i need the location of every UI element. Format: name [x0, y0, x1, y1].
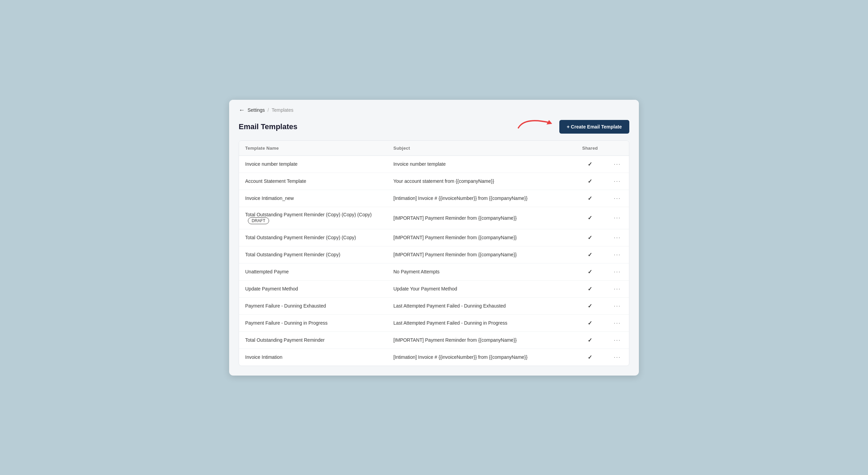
cell-template-name: Update Payment Method: [239, 280, 387, 297]
check-icon: ✓: [588, 215, 592, 221]
top-bar: ← Settings / Templates Email Templates +…: [229, 100, 639, 134]
cell-subject: Your account statement from {{companyNam…: [387, 173, 574, 190]
table-row[interactable]: Total Outstanding Payment Reminder[IMPOR…: [239, 331, 629, 349]
check-icon: ✓: [588, 286, 592, 292]
more-options-icon[interactable]: ···: [614, 302, 621, 309]
more-options-icon[interactable]: ···: [614, 337, 621, 343]
cell-actions[interactable]: ···: [605, 263, 629, 280]
cell-template-name: Unattempted Payme: [239, 263, 387, 280]
check-icon: ✓: [588, 235, 592, 241]
check-icon: ✓: [588, 161, 592, 167]
check-icon: ✓: [588, 320, 592, 326]
check-icon: ✓: [588, 252, 592, 258]
cell-subject: No Payment Attempts: [387, 263, 574, 280]
cell-template-name: Payment Failure - Dunning in Progress: [239, 314, 387, 331]
cell-shared: ✓: [574, 207, 605, 229]
cell-shared: ✓: [574, 155, 605, 173]
table-header-row: Template Name Subject Shared: [239, 141, 629, 156]
check-icon: ✓: [588, 337, 592, 343]
cell-subject: Invoice number template: [387, 155, 574, 173]
table-row[interactable]: Total Outstanding Payment Reminder (Copy…: [239, 207, 629, 229]
more-options-icon[interactable]: ···: [614, 161, 621, 167]
more-options-icon[interactable]: ···: [614, 251, 621, 258]
draft-badge: DRAFT: [248, 217, 269, 224]
cell-shared: ✓: [574, 331, 605, 349]
more-options-icon[interactable]: ···: [614, 320, 621, 326]
cell-shared: ✓: [574, 297, 605, 314]
cell-template-name: Invoice number template: [239, 155, 387, 173]
cell-actions[interactable]: ···: [605, 297, 629, 314]
header-row: Email Templates + Create Email Template: [239, 120, 629, 134]
cell-actions[interactable]: ···: [605, 190, 629, 207]
main-window: ← Settings / Templates Email Templates +…: [229, 100, 639, 376]
cell-shared: ✓: [574, 229, 605, 246]
breadcrumb-separator: /: [268, 107, 269, 113]
cell-actions[interactable]: ···: [605, 331, 629, 349]
cell-shared: ✓: [574, 246, 605, 263]
column-header-actions: [605, 141, 629, 156]
cell-subject: Update Your Payment Method: [387, 280, 574, 297]
cell-actions[interactable]: ···: [605, 349, 629, 366]
more-options-icon[interactable]: ···: [614, 234, 621, 241]
check-icon: ✓: [588, 178, 592, 184]
table-row[interactable]: Total Outstanding Payment Reminder (Copy…: [239, 229, 629, 246]
check-icon: ✓: [588, 195, 592, 201]
cell-shared: ✓: [574, 349, 605, 366]
page-title: Email Templates: [239, 122, 297, 131]
table-row[interactable]: Account Statement TemplateYour account s…: [239, 173, 629, 190]
cell-template-name: Total Outstanding Payment Reminder (Copy…: [239, 229, 387, 246]
cell-subject: [IMPORTANT] Payment Reminder from {{comp…: [387, 229, 574, 246]
column-header-shared: Shared: [574, 141, 605, 156]
cell-template-name: Invoice Intimation: [239, 349, 387, 366]
cell-actions[interactable]: ···: [605, 207, 629, 229]
create-email-template-button[interactable]: + Create Email Template: [559, 120, 629, 134]
table-row[interactable]: Invoice Intimation[Intimation] Invoice #…: [239, 349, 629, 366]
cell-shared: ✓: [574, 190, 605, 207]
cell-template-name: Total Outstanding Payment Reminder (Copy…: [239, 207, 387, 229]
more-options-icon[interactable]: ···: [614, 195, 621, 202]
cell-template-name: Total Outstanding Payment Reminder: [239, 331, 387, 349]
cell-shared: ✓: [574, 263, 605, 280]
cell-template-name: Account Statement Template: [239, 173, 387, 190]
more-options-icon[interactable]: ···: [614, 285, 621, 292]
check-icon: ✓: [588, 354, 592, 360]
back-button[interactable]: ←: [239, 107, 245, 114]
cell-shared: ✓: [574, 314, 605, 331]
breadcrumb: ← Settings / Templates: [239, 107, 629, 114]
email-templates-table: Template Name Subject Shared Invoice num…: [239, 140, 629, 366]
cell-subject: [IMPORTANT] Payment Reminder from {{comp…: [387, 246, 574, 263]
more-options-icon[interactable]: ···: [614, 268, 621, 275]
cell-actions[interactable]: ···: [605, 314, 629, 331]
cell-shared: ✓: [574, 173, 605, 190]
table-row[interactable]: Total Outstanding Payment Reminder (Copy…: [239, 246, 629, 263]
table-row[interactable]: Update Payment MethodUpdate Your Payment…: [239, 280, 629, 297]
breadcrumb-settings[interactable]: Settings: [248, 107, 265, 113]
table-row[interactable]: Unattempted PaymeNo Payment Attempts✓···: [239, 263, 629, 280]
cell-actions[interactable]: ···: [605, 155, 629, 173]
cell-template-name: Total Outstanding Payment Reminder (Copy…: [239, 246, 387, 263]
check-icon: ✓: [588, 303, 592, 309]
cell-subject: Last Attempted Payment Failed - Dunning …: [387, 297, 574, 314]
cell-subject: Last Attempted Payment Failed - Dunning …: [387, 314, 574, 331]
cell-template-name: Payment Failure - Dunning Exhausted: [239, 297, 387, 314]
column-header-name: Template Name: [239, 141, 387, 156]
more-options-icon[interactable]: ···: [614, 178, 621, 185]
cell-subject: [Intimation] Invoice # {{invoiceNumber}}…: [387, 349, 574, 366]
more-options-icon[interactable]: ···: [614, 214, 621, 221]
cell-actions[interactable]: ···: [605, 229, 629, 246]
cell-subject: [Intimation] Invoice # {{invoiceNumber}}…: [387, 190, 574, 207]
table-row[interactable]: Invoice Intimation_new[Intimation] Invoi…: [239, 190, 629, 207]
table-row[interactable]: Payment Failure - Dunning in ProgressLas…: [239, 314, 629, 331]
arrow-annotation: [515, 114, 559, 133]
cell-actions[interactable]: ···: [605, 280, 629, 297]
table-row[interactable]: Invoice number templateInvoice number te…: [239, 155, 629, 173]
cell-subject: [IMPORTANT] Payment Reminder from {{comp…: [387, 331, 574, 349]
cell-actions[interactable]: ···: [605, 173, 629, 190]
cell-shared: ✓: [574, 280, 605, 297]
cell-subject: [IMPORTANT] Payment Reminder from {{comp…: [387, 207, 574, 229]
more-options-icon[interactable]: ···: [614, 354, 621, 361]
check-icon: ✓: [588, 269, 592, 275]
breadcrumb-current: Templates: [271, 107, 293, 113]
table-row[interactable]: Payment Failure - Dunning ExhaustedLast …: [239, 297, 629, 314]
cell-actions[interactable]: ···: [605, 246, 629, 263]
